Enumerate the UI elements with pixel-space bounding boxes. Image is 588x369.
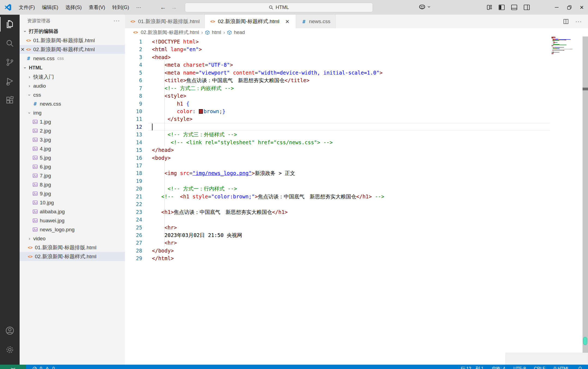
restore-button[interactable]: [563, 0, 575, 15]
code-line-3[interactable]: 3<head>: [125, 53, 588, 61]
code-line-10[interactable]: 10 color: brown;}: [125, 107, 588, 115]
code-line-8[interactable]: 8 <style>: [125, 92, 588, 100]
tab-news.css[interactable]: #news.css: [296, 15, 336, 28]
color-swatch-brown[interactable]: [199, 109, 203, 114]
tree-item-css[interactable]: ›css: [20, 90, 125, 99]
code-line-28[interactable]: 28</body>: [125, 247, 588, 254]
tab-01.新浪新闻-标题排版.html[interactable]: <>01.新浪新闻-标题排版.html: [125, 15, 205, 28]
code-line-19[interactable]: 19: [125, 177, 588, 185]
open-editors-section[interactable]: › 打开的编辑器: [20, 27, 125, 36]
customize-layout-icon[interactable]: [486, 4, 492, 10]
remote-indicator[interactable]: ><: [0, 365, 26, 369]
activitybar-settings[interactable]: [0, 340, 20, 359]
code-line-9[interactable]: 9 h1 {: [125, 100, 588, 107]
command-center-search[interactable]: HTML: [185, 3, 373, 12]
tree-item-1.jpg[interactable]: 1.jpg: [20, 117, 125, 126]
toggle-secondary-sidebar-icon[interactable]: [523, 4, 530, 11]
code-line-21[interactable]: 21 <!-- <h1 style="color:brown;">焦点访谈：中国…: [125, 193, 588, 200]
toggle-panel-icon[interactable]: [511, 4, 517, 11]
activitybar-run-debug[interactable]: [0, 72, 20, 91]
close-window-button[interactable]: ✕: [575, 0, 588, 15]
menu-more-button[interactable]: ···: [133, 3, 145, 12]
tree-item-huawei.jpg[interactable]: huawei.jpg: [20, 216, 125, 225]
code-line-15[interactable]: 15</head>: [125, 146, 588, 154]
code-line-7[interactable]: 7 <!-- 方式二：内嵌样式 -->: [125, 84, 588, 92]
status-item-0[interactable]: 行 12，列 1: [461, 366, 484, 369]
tree-item-img[interactable]: ›img: [20, 108, 125, 117]
folder-root-html[interactable]: › HTML: [20, 63, 125, 72]
tree-item-5.jpg[interactable]: 5.jpg: [20, 153, 125, 162]
activitybar-source-control[interactable]: [0, 53, 20, 72]
menu-item-4[interactable]: 转到(G): [109, 3, 133, 12]
status-item-4[interactable]: {} HTML: [553, 366, 569, 369]
tree-item-video[interactable]: ›video: [20, 234, 125, 243]
tree-item-快速入门[interactable]: ›快速入门: [20, 72, 125, 81]
menu-item-2[interactable]: 选择(S): [62, 3, 85, 12]
breadcrumb-file[interactable]: 02.新浪新闻-标题样式.html: [141, 29, 199, 36]
nav-forward-icon[interactable]: →: [171, 4, 177, 11]
editor-scrollbar[interactable]: [583, 36, 588, 365]
tree-item-3.jpg[interactable]: 3.jpg: [20, 135, 125, 144]
breadcrumb[interactable]: <> 02.新浪新闻-标题样式.html › html › head: [125, 28, 588, 36]
split-editor-icon[interactable]: [563, 19, 569, 24]
code-line-23[interactable]: 23 <h1>焦点访谈：中国底气 新思想夯实大粮国仓</h1>: [125, 208, 588, 216]
code-line-5[interactable]: 5 <meta name="viewport" content="width=d…: [125, 69, 588, 76]
code-line-22[interactable]: 22: [125, 200, 588, 208]
code-line-16[interactable]: 16<body>: [125, 154, 588, 162]
code-line-12[interactable]: 12: [125, 123, 588, 131]
code-line-17[interactable]: 17: [125, 162, 588, 169]
code-line-4[interactable]: 4 <meta charset="UTF-8">: [125, 61, 588, 69]
code-line-26[interactable]: 26 2023年03月02日 21:50 央视网: [125, 231, 588, 239]
minimize-button[interactable]: ─: [550, 0, 563, 15]
problems-status[interactable]: 0 0: [26, 366, 55, 369]
status-item-1[interactable]: 空格: 4: [492, 366, 505, 369]
status-item-3[interactable]: CRLF: [534, 366, 546, 369]
tree-item-9.jpg[interactable]: 9.jpg: [20, 189, 125, 198]
tree-item-02.新浪新闻-标题样式.html[interactable]: <>02.新浪新闻-标题样式.html: [20, 252, 125, 261]
tree-item-4.jpg[interactable]: 4.jpg: [20, 144, 125, 153]
code-line-29[interactable]: 29</html>: [125, 254, 588, 262]
toggle-sidebar-icon[interactable]: [498, 4, 505, 11]
nav-back-icon[interactable]: ←: [160, 4, 166, 11]
code-editor[interactable]: 1<!DOCTYPE html>2<html lang="en">3<head>…: [125, 36, 588, 365]
menu-item-3[interactable]: 查看(V): [85, 3, 109, 12]
code-line-6[interactable]: 6 <title>焦点访谈：中国底气 新思想夯实大粮国仓</title>: [125, 76, 588, 84]
open-editor-item[interactable]: <>01.新浪新闻-标题排版.html: [20, 36, 125, 45]
tree-item-alibaba.jpg[interactable]: alibaba.jpg: [20, 207, 125, 216]
code-line-25[interactable]: 25 <hr>: [125, 224, 588, 231]
breadcrumb-html[interactable]: html: [212, 30, 221, 35]
tree-item-01.新浪新闻-标题排版.html[interactable]: <>01.新浪新闻-标题排版.html: [20, 243, 125, 252]
code-line-13[interactable]: 13 <!-- 方式三：外链样式 -->: [125, 131, 588, 138]
editor-more-actions[interactable]: ···: [575, 19, 582, 24]
copilot-button[interactable]: [419, 3, 431, 10]
code-line-1[interactable]: 1<!DOCTYPE html>: [125, 38, 588, 45]
tab-02.新浪新闻-标题样式.html[interactable]: <>02.新浪新闻-标题样式.html✕: [205, 15, 296, 28]
tree-item-10.jpg[interactable]: 10.jpg: [20, 198, 125, 207]
breadcrumb-head[interactable]: head: [234, 30, 245, 35]
code-line-24[interactable]: 24: [125, 216, 588, 223]
code-line-11[interactable]: 11 </style>: [125, 115, 588, 123]
activitybar-account[interactable]: [0, 321, 20, 340]
tree-item-7.jpg[interactable]: 7.jpg: [20, 171, 125, 180]
tree-item-2.jpg[interactable]: 2.jpg: [20, 126, 125, 135]
open-editor-item[interactable]: ✕<>02.新浪新闻-标题样式.html: [20, 45, 125, 54]
code-line-14[interactable]: 14 <!-- <link rel="stylesheet" href="css…: [125, 139, 588, 146]
activitybar-explorer[interactable]: [0, 15, 20, 34]
activitybar-extensions[interactable]: [0, 91, 20, 110]
tree-item-6.jpg[interactable]: 6.jpg: [20, 162, 125, 171]
tree-item-audio[interactable]: ›audio: [20, 81, 125, 90]
bell-icon[interactable]: [578, 366, 583, 369]
status-item-2[interactable]: UTF-8: [513, 366, 526, 369]
code-line-20[interactable]: 20 <!-- 方式一：行内样式 -->: [125, 185, 588, 192]
code-line-18[interactable]: 18 <img src="img/news_logo.png">新浪政务 > 正…: [125, 169, 588, 177]
tree-item-news.css[interactable]: #news.css: [20, 99, 125, 108]
minimap[interactable]: [552, 37, 579, 54]
activitybar-search[interactable]: [0, 34, 20, 53]
code-line-2[interactable]: 2<html lang="en">: [125, 45, 588, 53]
menu-item-0[interactable]: 文件(F): [15, 3, 38, 12]
open-editor-item[interactable]: #news.csscss: [20, 54, 125, 63]
menu-item-1[interactable]: 编辑(E): [38, 3, 62, 12]
explorer-more-actions[interactable]: ···: [114, 18, 120, 24]
code-line-27[interactable]: 27 <hr>: [125, 239, 588, 247]
tree-item-8.jpg[interactable]: 8.jpg: [20, 180, 125, 189]
